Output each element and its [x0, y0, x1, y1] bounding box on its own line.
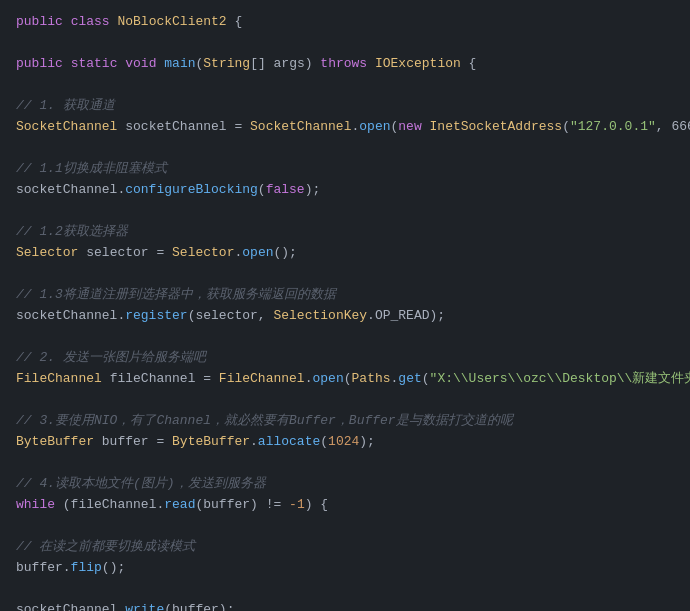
code-token: selector = [78, 245, 172, 260]
code-line [0, 264, 690, 285]
code-token: -1 [289, 497, 305, 512]
code-line: // 1. 获取通道 [0, 96, 690, 117]
code-token: 1024 [328, 434, 359, 449]
code-line: socketChannel.configureBlocking(false); [0, 180, 690, 201]
code-token: false [266, 182, 305, 197]
code-token: ( [344, 371, 352, 386]
code-token: SelectionKey [273, 308, 367, 323]
code-line: // 在读之前都要切换成读模式 [0, 537, 690, 558]
code-token: . [250, 434, 258, 449]
code-token: (fileChannel. [55, 497, 164, 512]
code-line: socketChannel.write(buffer); [0, 600, 690, 611]
code-token: InetSocketAddress [430, 119, 563, 134]
code-token: ( [562, 119, 570, 134]
code-token: FileChannel [219, 371, 305, 386]
code-token: while [16, 497, 55, 512]
code-token: // 3.要使用NIO，有了Channel，就必然要有Buffer，Buffer… [16, 413, 513, 428]
code-token: // 1.3将通道注册到选择器中，获取服务端返回的数据 [16, 287, 336, 302]
code-line [0, 390, 690, 411]
code-line: public static void main(String[] args) t… [0, 54, 690, 75]
code-token: open [242, 245, 273, 260]
code-token: socketChannel. [16, 602, 125, 611]
code-token: "X:\\Users\\ozc\\Desktop\\新建文件夹 [430, 371, 690, 386]
code-token: "127.0.0.1" [570, 119, 656, 134]
code-line [0, 201, 690, 222]
code-token [63, 14, 71, 29]
code-token [367, 56, 375, 71]
code-token: , 666 [656, 119, 690, 134]
code-token: FileChannel [16, 371, 102, 386]
code-token: SocketChannel [16, 119, 117, 134]
code-token: IOException [375, 56, 461, 71]
code-token: // 4.读取本地文件(图片)，发送到服务器 [16, 476, 266, 491]
code-token: fileChannel = [102, 371, 219, 386]
code-token: buffer. [16, 560, 71, 575]
code-line [0, 516, 690, 537]
code-token: ( [422, 371, 430, 386]
code-line: ByteBuffer buffer = ByteBuffer.allocate(… [0, 432, 690, 453]
code-token: NoBlockClient2 [117, 14, 226, 29]
code-line [0, 327, 690, 348]
code-token: (); [102, 560, 125, 575]
code-token: ); [359, 434, 375, 449]
code-token: SocketChannel [250, 119, 351, 134]
code-token: ByteBuffer [172, 434, 250, 449]
code-line: Selector selector = Selector.open(); [0, 243, 690, 264]
code-token: socketChannel. [16, 308, 125, 323]
code-line: SocketChannel socketChannel = SocketChan… [0, 117, 690, 138]
code-line [0, 579, 690, 600]
code-line: buffer.flip(); [0, 558, 690, 579]
code-token: public [16, 56, 63, 71]
code-token: read [164, 497, 195, 512]
code-token: [] args) [250, 56, 320, 71]
code-token: buffer = [94, 434, 172, 449]
code-token: { [227, 14, 243, 29]
code-token: ( [258, 182, 266, 197]
code-token: get [398, 371, 421, 386]
code-token: // 1.2获取选择器 [16, 224, 128, 239]
code-token: socketChannel = [117, 119, 250, 134]
code-line: // 2. 发送一张图片给服务端吧 [0, 348, 690, 369]
code-line [0, 138, 690, 159]
code-line: // 1.3将通道注册到选择器中，获取服务端返回的数据 [0, 285, 690, 306]
code-line [0, 75, 690, 96]
code-token: Selector [16, 245, 78, 260]
code-line: // 4.读取本地文件(图片)，发送到服务器 [0, 474, 690, 495]
code-token: (); [274, 245, 297, 260]
code-token: main [164, 56, 195, 71]
code-token: Selector [172, 245, 234, 260]
code-line: public class NoBlockClient2 { [0, 12, 690, 33]
code-editor: public class NoBlockClient2 { public sta… [0, 0, 690, 611]
code-token: String [203, 56, 250, 71]
code-token: .OP_READ); [367, 308, 445, 323]
code-token: new [398, 119, 421, 134]
code-token: configureBlocking [125, 182, 258, 197]
code-token: // 1.1切换成非阻塞模式 [16, 161, 167, 176]
code-line: // 1.1切换成非阻塞模式 [0, 159, 690, 180]
code-token: class [71, 14, 110, 29]
code-line [0, 453, 690, 474]
code-token: (buffer); [164, 602, 234, 611]
code-token [422, 119, 430, 134]
code-token: allocate [258, 434, 320, 449]
code-token: void [125, 56, 156, 71]
code-token: write [125, 602, 164, 611]
code-token [63, 56, 71, 71]
code-token: Paths [352, 371, 391, 386]
code-token: ByteBuffer [16, 434, 94, 449]
code-token: (buffer) != [195, 497, 289, 512]
code-token: static [71, 56, 118, 71]
code-line: socketChannel.register(selector, Selecti… [0, 306, 690, 327]
code-token: throws [320, 56, 367, 71]
code-token: register [125, 308, 187, 323]
code-token: open [313, 371, 344, 386]
code-token: . [305, 371, 313, 386]
code-token: ); [305, 182, 321, 197]
code-line: // 1.2获取选择器 [0, 222, 690, 243]
code-token: public [16, 14, 63, 29]
code-line [0, 33, 690, 54]
code-token: // 2. 发送一张图片给服务端吧 [16, 350, 206, 365]
code-token: { [461, 56, 477, 71]
code-line: while (fileChannel.read(buffer) != -1) { [0, 495, 690, 516]
code-token: open [359, 119, 390, 134]
